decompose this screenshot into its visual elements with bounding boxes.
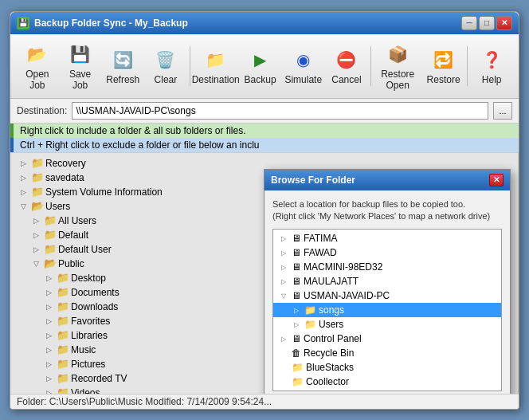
expander-icon[interactable]: ▷: [278, 264, 289, 271]
maximize-button[interactable]: □: [479, 16, 495, 30]
browse-folder-dialog: Browse For Folder ✕ Select a location fo…: [264, 169, 511, 394]
folder-icon: 🖥: [292, 333, 301, 344]
restore-icon: 🔁: [431, 47, 457, 73]
recycle-bin-icon: 🗑: [292, 347, 301, 359]
restore-open-icon: 📦: [385, 41, 410, 67]
folder-icon: 📁: [304, 319, 316, 330]
dtree-item-label: BlueStacks: [306, 362, 354, 373]
cancel-icon: ⛔: [334, 47, 359, 73]
title-bar: 💾 Backup Folder Sync - My_Backup ─ □ ✕: [10, 12, 519, 34]
dialog-title-text: Browse For Folder: [271, 175, 355, 186]
computer-icon: 🖥: [292, 247, 301, 258]
refresh-icon: 🔄: [110, 47, 135, 73]
list-item[interactable]: 📁 BlueStacks: [273, 360, 501, 375]
computer-icon: 🖥: [292, 261, 301, 273]
destination-label: Destination:: [17, 105, 67, 116]
help-button[interactable]: ❓ Help: [471, 43, 512, 89]
destination-input[interactable]: [72, 102, 488, 120]
list-item[interactable]: 📁 Coollector: [273, 375, 501, 389]
expander-icon[interactable]: ▽: [278, 292, 289, 300]
list-item[interactable]: ▷ 📁 Users: [273, 317, 501, 332]
help-icon: ❓: [479, 47, 504, 73]
list-item[interactable]: ▽ 🖥 USMAN-JAVAID-PC: [273, 289, 501, 303]
minimize-button[interactable]: ─: [461, 16, 477, 30]
dialog-body: Select a location for backup files to be…: [264, 190, 510, 394]
list-item[interactable]: ▷ 🖥 FATIMA: [273, 231, 501, 245]
app-icon: 💾: [17, 17, 29, 29]
destination-browse-button[interactable]: ...: [493, 102, 512, 120]
info-bars: Right click to include a folder & all su…: [10, 124, 519, 153]
dialog-overlay: Browse For Folder ✕ Select a location fo…: [10, 153, 519, 394]
folder-icon: 📁: [292, 362, 304, 373]
info-bar-blue-text: Ctrl + Right click to exclude a folder o…: [20, 139, 259, 151]
window-title: Backup Folder Sync - My_Backup: [34, 18, 461, 29]
toolbar-sep-2: [370, 46, 371, 86]
dtree-item-label: FATIMA: [304, 233, 337, 244]
folder-icon: 📁: [304, 304, 316, 316]
clear-icon: 🗑️: [153, 47, 178, 73]
list-item[interactable]: ▷ 🖥 Control Panel: [273, 332, 501, 346]
open-job-icon: 📂: [25, 41, 50, 67]
computer-icon: 🖥: [292, 290, 301, 301]
destination-bar: Destination: ...: [10, 99, 519, 124]
expander-icon[interactable]: ▷: [278, 278, 289, 285]
save-job-icon: 💾: [68, 41, 93, 67]
clear-button[interactable]: 🗑️ Clear: [145, 43, 186, 89]
restore-button[interactable]: 🔁 Restore: [423, 43, 464, 89]
dtree-item-label: Control Panel: [304, 333, 362, 344]
simulate-icon: ◉: [291, 47, 316, 73]
dialog-close-button[interactable]: ✕: [489, 174, 504, 186]
main-content: ▷ 📁 Recovery ▷ 📁 savedata ▷ 📁 System Vol…: [10, 153, 519, 394]
refresh-button[interactable]: 🔄 Refresh: [102, 43, 143, 89]
computer-icon: 🖥: [292, 233, 301, 244]
expander-icon[interactable]: ▷: [291, 321, 302, 328]
list-item[interactable]: ▷ 🖥 FAWAD: [273, 245, 501, 260]
open-job-button[interactable]: 📂 Open Job: [17, 37, 58, 95]
list-item[interactable]: 🗑 Recycle Bin: [273, 346, 501, 360]
backup-button[interactable]: ▶ Backup: [240, 43, 281, 89]
info-bar-green-text: Right click to include a folder & all su…: [20, 125, 245, 136]
cancel-button[interactable]: ⛔ Cancel: [326, 43, 367, 89]
dialog-tree[interactable]: ▷ 🖥 FATIMA ▷ 🖥 FAWAD ▷ 🖥 MACMINI-: [272, 229, 502, 391]
expander-icon[interactable]: ▷: [278, 336, 289, 343]
dtree-item-label: songs: [319, 304, 344, 316]
simulate-button[interactable]: ◉ Simulate: [282, 43, 324, 89]
dtree-item-label: Users: [319, 319, 343, 330]
computer-icon: 🖥: [292, 276, 301, 287]
expander-icon[interactable]: ▷: [278, 235, 289, 242]
window-controls: ─ □ ✕: [461, 16, 512, 30]
toolbar: 📂 Open Job 💾 Save Job 🔄 Refresh 🗑️ Clear…: [10, 34, 519, 99]
info-bar-blue: Ctrl + Right click to exclude a folder o…: [10, 138, 519, 152]
dtree-item-label: FAWAD: [304, 247, 337, 258]
dtree-item-label: USMAN-JAVAID-PC: [304, 290, 390, 301]
dtree-item-label: MAULAJATT: [304, 276, 359, 287]
info-bar-green: Right click to include a folder & all su…: [10, 124, 519, 138]
status-text: Folder: C:\Users\Public\Music Modified: …: [17, 396, 272, 407]
destination-button[interactable]: 📁 Destination: [194, 43, 238, 89]
restore-open-button[interactable]: 📦 Restore Open: [374, 37, 421, 95]
list-item[interactable]: ▷ 📁 songs: [273, 303, 501, 317]
dialog-description: Select a location for backup files to be…: [272, 198, 502, 223]
expander-icon[interactable]: ▷: [278, 249, 289, 257]
dtree-item-label: Recycle Bin: [304, 347, 354, 359]
toolbar-sep-1: [190, 46, 190, 86]
dialog-title-bar: Browse For Folder ✕: [264, 170, 510, 190]
list-item[interactable]: ▷ 🖥 MACMINI-98ED32: [273, 260, 501, 274]
expander-icon[interactable]: ▷: [291, 307, 302, 314]
destination-icon: 📁: [203, 47, 229, 73]
dtree-item-label: Coollector: [306, 376, 349, 387]
close-button[interactable]: ✕: [496, 16, 512, 30]
main-window: 💾 Backup Folder Sync - My_Backup ─ □ ✕ 📂…: [10, 11, 519, 410]
list-item[interactable]: ▷ 🖥 MAULAJATT: [273, 274, 501, 289]
backup-icon: ▶: [248, 47, 273, 73]
dtree-item-label: MACMINI-98ED32: [304, 261, 382, 273]
save-job-button[interactable]: 💾 Save Job: [60, 37, 101, 95]
toolbar-sep-3: [467, 46, 468, 86]
status-bar: Folder: C:\Users\Public\Music Modified: …: [10, 394, 519, 409]
folder-icon: 📁: [292, 376, 304, 387]
